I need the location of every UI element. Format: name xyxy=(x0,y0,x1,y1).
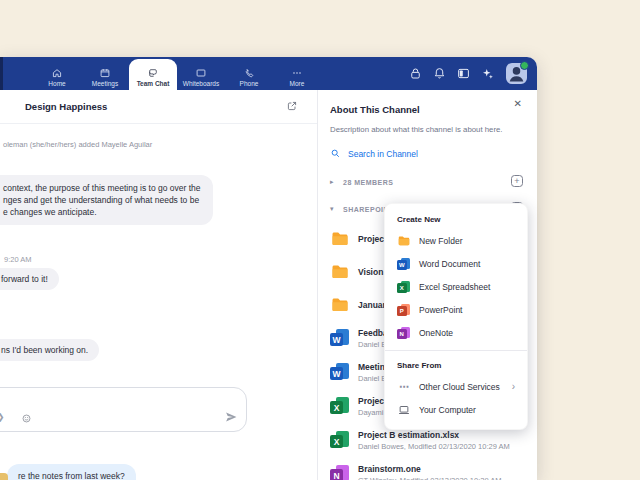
file-meta: Daniel B xyxy=(358,374,386,383)
close-icon[interactable]: ✕ xyxy=(514,99,522,109)
menu-item-label: Excel Spreadsheet xyxy=(419,282,490,292)
top-navbar: Home Meetings Team Chat Whiteboards Phon… xyxy=(0,57,537,90)
menu-item-other-cloud-services[interactable]: ⋯ Other Cloud Services › xyxy=(385,375,527,398)
channel-description: Description about what this channel is a… xyxy=(330,125,524,134)
chat-header: Design Happiness xyxy=(0,90,317,124)
message-bubble-blue[interactable]: re the notes from last week? xyxy=(7,464,136,480)
tab-home[interactable]: Home xyxy=(33,57,81,90)
members-section-row[interactable]: ▸ 28 MEMBERS + xyxy=(330,174,524,190)
file-name: Project xyxy=(358,234,387,244)
user-avatar[interactable] xyxy=(506,63,527,84)
file-name: Project xyxy=(358,396,387,406)
file-meta: CT Wiseley, Modified 02/13/2020 10:29 AM xyxy=(358,476,502,480)
whiteboard-icon xyxy=(195,67,207,79)
send-icon[interactable] xyxy=(224,410,238,424)
composer-format-icon[interactable]: ❯ xyxy=(0,412,8,423)
caret-down-icon: ▾ xyxy=(330,205,337,213)
phone-icon xyxy=(243,67,255,79)
excel-icon: X xyxy=(397,280,411,294)
tab-team-chat[interactable]: Team Chat xyxy=(129,59,177,90)
folder-icon xyxy=(397,234,411,248)
folder-icon xyxy=(330,295,350,315)
menu-item-excel-spreadsheet[interactable]: X Excel Spreadsheet xyxy=(385,275,527,298)
tab-phone-label: Phone xyxy=(240,80,259,87)
presence-dot xyxy=(520,61,529,70)
chat-column: Design Happiness oleman (she/her/hers) a… xyxy=(0,90,318,480)
file-name: Januar xyxy=(358,300,386,310)
panel-title: About This Channel xyxy=(330,104,420,115)
excel-file-icon: X xyxy=(330,430,350,450)
menu-item-word-document[interactable]: W Word Document xyxy=(385,252,527,275)
menu-item-label: Your Computer xyxy=(419,405,476,415)
side-panel-toggle-icon[interactable] xyxy=(456,66,471,81)
folder-icon xyxy=(330,262,350,282)
search-in-channel[interactable]: Search in Channel xyxy=(330,145,524,163)
ellipsis-icon: ⋯ xyxy=(397,380,411,394)
bell-icon[interactable] xyxy=(432,66,447,81)
laptop-icon xyxy=(397,403,411,417)
menu-item-new-folder[interactable]: New Folder xyxy=(385,229,527,252)
lock-icon[interactable] xyxy=(408,66,423,81)
chevron-right-icon: › xyxy=(512,381,515,392)
channel-title: Design Happiness xyxy=(25,101,107,112)
message-line: nges and get the understanding of what n… xyxy=(3,194,201,206)
members-section-label: 28 MEMBERS xyxy=(343,179,394,186)
more-dots-icon xyxy=(291,67,303,79)
menu-item-label: OneNote xyxy=(419,328,453,338)
powerpoint-icon: P xyxy=(397,303,411,317)
file-name: Meetin xyxy=(358,362,386,372)
create-new-header: Create New xyxy=(385,211,527,229)
tab-more-label: More xyxy=(290,80,305,87)
message-line: e changes we anticipate. xyxy=(3,206,201,218)
file-name: Brainstorm.one xyxy=(358,464,502,474)
menu-item-label: PowerPoint xyxy=(419,305,462,315)
share-from-header: Share From xyxy=(385,357,527,375)
message-bubble[interactable]: ns I'd been working on. xyxy=(0,339,99,361)
file-row[interactable]: N Brainstorm.one CT Wiseley, Modified 02… xyxy=(330,457,524,480)
message-line: context, the purpose of this meeting is … xyxy=(3,182,201,194)
file-meta: Dayami xyxy=(358,408,387,417)
tab-home-label: Home xyxy=(48,80,65,87)
create-new-menu: Create New New Folder W Word Document X … xyxy=(384,203,528,430)
menu-item-onenote[interactable]: N OneNote xyxy=(385,321,527,344)
menu-item-powerpoint[interactable]: P PowerPoint xyxy=(385,298,527,321)
message-list: oleman (she/her/hers) added Mayelle Agui… xyxy=(0,140,317,480)
excel-file-icon: X xyxy=(330,396,350,416)
message-bubble[interactable]: context, the purpose of this meeting is … xyxy=(0,175,213,225)
sender-avatar xyxy=(0,473,8,480)
emoji-icon[interactable] xyxy=(21,413,32,424)
system-message: oleman (she/her/hers) added Mayelle Agui… xyxy=(3,140,317,149)
file-name: Vision xyxy=(358,267,383,277)
menu-item-your-computer[interactable]: Your Computer xyxy=(385,398,527,421)
message-bubble[interactable]: forward to it! xyxy=(0,268,59,290)
menu-divider xyxy=(385,350,527,351)
file-name: Project B estimation.xlsx xyxy=(358,430,510,440)
message-composer[interactable]: ❯ xyxy=(0,387,247,432)
caret-right-icon: ▸ xyxy=(330,178,337,186)
tab-meetings-label: Meetings xyxy=(92,80,118,87)
folder-icon xyxy=(330,229,350,249)
tab-phone[interactable]: Phone xyxy=(225,57,273,90)
nav-tabs: Home Meetings Team Chat Whiteboards Phon… xyxy=(33,57,321,90)
add-member-button[interactable]: + xyxy=(511,175,523,187)
search-icon xyxy=(330,145,341,163)
word-file-icon: W xyxy=(330,328,350,348)
tab-whiteboards[interactable]: Whiteboards xyxy=(177,57,225,90)
onenote-file-icon: N xyxy=(330,464,350,480)
navbar-right-controls xyxy=(408,57,527,90)
tab-meetings[interactable]: Meetings xyxy=(81,57,129,90)
timestamp: 9:20 AM xyxy=(4,255,317,264)
word-icon: W xyxy=(397,257,411,271)
tab-team-chat-label: Team Chat xyxy=(137,80,170,87)
ai-sparkle-icon[interactable] xyxy=(480,66,495,81)
onenote-icon: N xyxy=(397,326,411,340)
menu-item-label: Word Document xyxy=(419,259,480,269)
desktop-background: Home Meetings Team Chat Whiteboards Phon… xyxy=(0,0,640,480)
search-label: Search in Channel xyxy=(348,149,418,159)
menu-item-label: New Folder xyxy=(419,236,462,246)
panel-header: About This Channel ✕ xyxy=(330,90,524,117)
chat-bubbles-icon xyxy=(147,67,159,79)
open-in-new-window-icon[interactable] xyxy=(286,100,298,112)
calendar-icon xyxy=(99,67,111,79)
tab-more[interactable]: More xyxy=(273,57,321,90)
